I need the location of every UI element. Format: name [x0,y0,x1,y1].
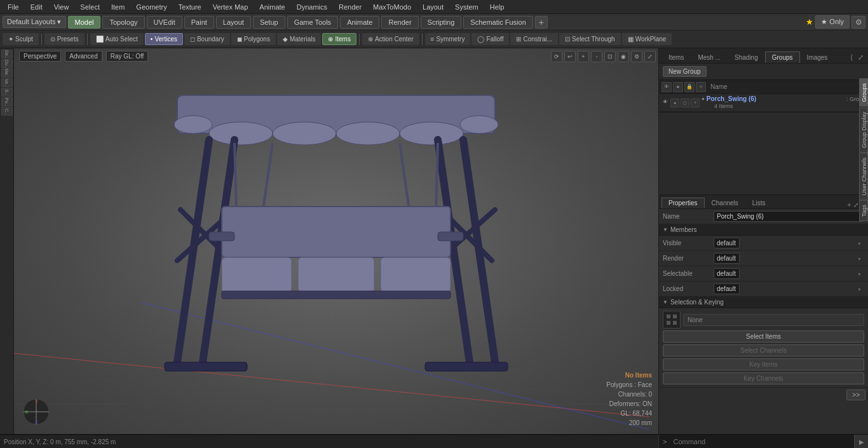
polygons-button[interactable]: ◼ Polygons [231,33,276,45]
visible-select[interactable]: default [714,238,740,248]
sculpt-button[interactable]: ✦ Sculpt [3,33,39,45]
menu-edit[interactable]: Edit [25,2,48,12]
tab-images[interactable]: Images [800,51,835,63]
sidebar-duplicate[interactable]: Du.. [1,59,13,68]
tab-paint[interactable]: Paint [184,16,214,29]
sidebar-edge[interactable]: E.. [1,88,13,97]
prop-tab-lists[interactable]: Lists [745,198,773,208]
action-center-button[interactable]: ⊕ Action Center [362,33,419,45]
vp-settings-icon[interactable]: ⚙ [631,51,642,62]
viewport-mode-badge[interactable]: Perspective [19,51,61,62]
tab-model[interactable]: Model [68,16,101,29]
vtab-group-display[interactable]: Group Display [859,107,868,153]
tab-schematicfusion[interactable]: Schematic Fusion [463,16,532,29]
sidebar-polygon[interactable]: Po.. [1,97,13,106]
menu-vertex-map[interactable]: Vertex Map [208,2,254,12]
tab-uvedit[interactable]: UVEdit [147,16,182,29]
gt-render-icon[interactable]: ● [673,82,683,92]
items-button[interactable]: ⊕ Items [322,33,356,45]
sidebar-deformers[interactable]: De.. [1,50,13,58]
tab-groups[interactable]: Groups [765,51,800,63]
vp-zoom-in-icon[interactable]: + [578,51,589,62]
autoselect-button[interactable]: ⬜ Auto Select [90,33,144,45]
sidebar-vertex[interactable]: Ve.. [1,78,13,87]
settings-button[interactable]: ⚙ [851,16,865,29]
tab-mesh[interactable]: Mesh ... [691,51,728,63]
gi-expand-icon[interactable]: + [691,98,700,107]
viewport-level-badge[interactable]: Advanced [65,51,102,62]
gi-eye-icon[interactable]: 👁 [661,98,669,106]
viewport-renderer-badge[interactable]: Ray GL: Off [106,51,149,62]
vp-expand-icon[interactable]: ⤢ [644,51,656,62]
menu-view[interactable]: View [49,2,74,12]
menu-texture[interactable]: Texture [173,2,207,12]
locked-select[interactable]: default [714,283,740,294]
vp-undo-icon[interactable]: ↩ [564,51,576,62]
menu-select[interactable]: Select [75,2,105,12]
name-input[interactable] [714,211,864,222]
vtab-groups[interactable]: Groups [859,79,868,107]
select-items-button[interactable]: Select Items [663,330,864,343]
tab-layout[interactable]: Layout [216,16,251,29]
new-group-button[interactable]: New Group [663,66,707,77]
menu-animate[interactable]: Animate [254,2,290,12]
vertices-button[interactable]: • Vertices [145,33,183,45]
vp-zoom-out-icon[interactable]: - [591,51,602,62]
symmetry-button[interactable]: ≡ Symmetry [425,33,471,45]
viewport[interactable]: Perspective Advanced Ray GL: Off ⟳ ↩ + -… [14,48,658,434]
workplane-button[interactable]: ▦ WorkPlane [622,33,672,45]
command-run-button[interactable]: ▶ [854,435,868,448]
panel-icon1[interactable]: ⟨ [848,52,855,63]
command-input[interactable] [670,437,854,447]
layout-selector[interactable]: Default Layouts ▾ [3,16,66,28]
tab-scripting[interactable]: Scripting [421,16,462,29]
vp-frame-icon[interactable]: ⊡ [604,51,616,62]
panel-expand[interactable]: ⤢ [856,52,865,63]
render-select[interactable]: default [714,253,740,264]
menu-geometry[interactable]: Geometry [131,2,172,12]
tab-shading[interactable]: Shading [728,51,765,63]
selection-keying-header[interactable]: ▼ Selection & Keying [659,297,868,308]
only-button[interactable]: ★ Only [815,15,850,29]
sidebar-curves[interactable]: C.. [1,107,13,116]
falloff-button[interactable]: ◯ Falloff [471,33,509,45]
gt-expand-icon[interactable]: + [696,82,706,92]
props-expand-icon[interactable]: ⤢ [853,201,858,208]
menu-file[interactable]: File [3,2,24,12]
gt-eye-icon[interactable]: 👁 [661,82,672,92]
tab-animate[interactable]: Animate [340,16,379,29]
key-channels-button[interactable]: Key Channels [663,372,864,384]
tab-items[interactable]: Items [661,51,691,63]
selectable-select[interactable]: default [714,268,740,279]
gi-lock-icon[interactable]: ◻ [681,98,689,107]
add-tab-button[interactable]: + [535,16,548,29]
tab-render[interactable]: Render [381,16,418,29]
gi-render-icon[interactable]: ● [670,98,679,107]
sidebar-mesh[interactable]: Me.. [1,69,13,78]
gt-lock-icon[interactable]: 🔒 [684,82,695,92]
select-channels-button[interactable]: Select Channels [663,344,864,356]
menu-dynamics[interactable]: Dynamics [292,2,332,12]
members-section-header[interactable]: ▼ Members [659,224,868,236]
menu-system[interactable]: System [450,2,484,12]
menu-item[interactable]: Item [106,2,130,12]
menu-help[interactable]: Help [485,2,510,12]
boundary-button[interactable]: ◻ Boundary [184,33,230,45]
tab-setup[interactable]: Setup [253,16,285,29]
command-bar[interactable]: > ▶ [658,435,868,448]
presets-button[interactable]: ⊙ Presets [44,33,85,45]
expand-panel-button[interactable]: >> [846,390,865,400]
menu-layout[interactable]: Layout [417,2,449,12]
vp-camera-icon[interactable]: ◉ [618,51,629,62]
tab-topology[interactable]: Topology [102,16,144,29]
key-items-button[interactable]: Key Items [663,358,864,370]
constrain-button[interactable]: ⊞ Constrai... [510,33,558,45]
menu-maxtomodo[interactable]: MaxToModo [368,2,416,12]
vp-rotate-icon[interactable]: ⟳ [551,51,562,62]
tab-gametools[interactable]: Game Tools [287,16,339,29]
props-plus-icon[interactable]: + [847,201,851,208]
select-through-button[interactable]: ⊡ Select Through [559,33,621,45]
menu-render[interactable]: Render [334,2,367,12]
prop-tab-channels[interactable]: Channels [705,198,745,208]
vtab-tags[interactable]: Tags [859,200,868,221]
